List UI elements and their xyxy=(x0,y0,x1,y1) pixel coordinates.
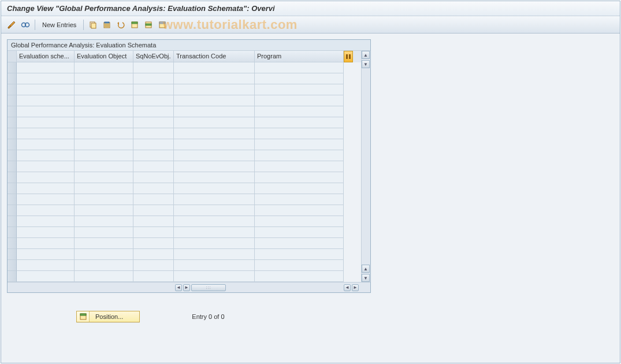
row-selector[interactable] xyxy=(8,73,17,84)
cell[interactable] xyxy=(174,161,255,172)
table-row[interactable] xyxy=(8,238,361,249)
cell[interactable] xyxy=(75,139,133,150)
row-selector[interactable] xyxy=(8,260,17,271)
scroll-down-icon[interactable]: ▼ xyxy=(362,274,370,282)
table-row[interactable] xyxy=(8,95,361,106)
cell[interactable] xyxy=(17,73,75,84)
cell[interactable] xyxy=(174,249,255,260)
table-row[interactable] xyxy=(8,183,361,194)
cell[interactable] xyxy=(174,62,255,73)
cell[interactable] xyxy=(174,106,255,117)
cell[interactable] xyxy=(133,216,174,227)
cell[interactable] xyxy=(133,73,174,84)
cell[interactable] xyxy=(255,95,344,106)
table-row[interactable] xyxy=(8,150,361,161)
cell[interactable] xyxy=(255,128,344,139)
cell[interactable] xyxy=(133,172,174,183)
row-selector[interactable] xyxy=(8,249,17,260)
table-row[interactable] xyxy=(8,106,361,117)
cell[interactable] xyxy=(255,150,344,161)
cell[interactable] xyxy=(174,227,255,238)
new-entries-button[interactable]: New Entries xyxy=(39,20,80,29)
cell[interactable] xyxy=(75,238,133,249)
copy-as-icon[interactable] xyxy=(87,19,99,31)
cell[interactable] xyxy=(17,139,75,150)
row-selector[interactable] xyxy=(8,194,17,205)
delete-icon[interactable] xyxy=(101,19,113,31)
cell[interactable] xyxy=(75,161,133,172)
cell[interactable] xyxy=(174,271,255,282)
cell[interactable] xyxy=(133,150,174,161)
cell[interactable] xyxy=(255,172,344,183)
row-selector[interactable] xyxy=(8,84,17,95)
cell[interactable] xyxy=(174,73,255,84)
cell[interactable] xyxy=(133,205,174,216)
cell[interactable] xyxy=(133,106,174,117)
row-selector[interactable] xyxy=(8,227,17,238)
col-transaction-code[interactable]: Transaction Code xyxy=(174,51,255,62)
row-selector[interactable] xyxy=(8,106,17,117)
cell[interactable] xyxy=(174,260,255,271)
table-row[interactable] xyxy=(8,260,361,271)
scroll-up-icon[interactable]: ▲ xyxy=(362,51,370,59)
cell[interactable] xyxy=(255,194,344,205)
toggle-change-icon[interactable] xyxy=(6,19,17,31)
cell[interactable] xyxy=(133,62,174,73)
row-selector[interactable] xyxy=(8,62,17,73)
cell[interactable] xyxy=(174,84,255,95)
table-row[interactable] xyxy=(8,216,361,227)
cell[interactable] xyxy=(255,260,344,271)
cell[interactable] xyxy=(75,62,133,73)
cell[interactable] xyxy=(255,73,344,84)
cell[interactable] xyxy=(17,271,75,282)
scrollbar-thumb[interactable]: ::: xyxy=(191,284,226,291)
cell[interactable] xyxy=(133,117,174,128)
cell[interactable] xyxy=(133,227,174,238)
cell[interactable] xyxy=(255,183,344,194)
cell[interactable] xyxy=(255,216,344,227)
row-selector[interactable] xyxy=(8,139,17,150)
cell[interactable] xyxy=(255,205,344,216)
table-row[interactable] xyxy=(8,194,361,205)
cell[interactable] xyxy=(174,238,255,249)
scroll-left-icon[interactable]: ◄ xyxy=(344,284,351,291)
cell[interactable] xyxy=(17,205,75,216)
cell[interactable] xyxy=(174,183,255,194)
other-view-icon[interactable] xyxy=(20,19,31,31)
scroll-down-icon[interactable]: ▼ xyxy=(362,60,370,68)
cell[interactable] xyxy=(17,172,75,183)
cell[interactable] xyxy=(17,238,75,249)
cell[interactable] xyxy=(255,117,344,128)
cell[interactable] xyxy=(174,216,255,227)
position-button[interactable]: Position... xyxy=(76,311,140,322)
cell[interactable] xyxy=(133,95,174,106)
col-evaluation-object[interactable]: Evaluation Object xyxy=(75,51,133,62)
row-selector[interactable] xyxy=(8,95,17,106)
cell[interactable] xyxy=(255,106,344,117)
row-selector[interactable] xyxy=(8,172,17,183)
cell[interactable] xyxy=(133,128,174,139)
row-selector[interactable] xyxy=(8,161,17,172)
cell[interactable] xyxy=(255,62,344,73)
select-block-icon[interactable] xyxy=(143,19,154,31)
cell[interactable] xyxy=(255,271,344,282)
cell[interactable] xyxy=(17,62,75,73)
cell[interactable] xyxy=(174,205,255,216)
scroll-right-icon[interactable]: ► xyxy=(183,284,190,291)
table-row[interactable] xyxy=(8,117,361,128)
cell[interactable] xyxy=(17,161,75,172)
cell[interactable] xyxy=(17,227,75,238)
row-selector[interactable] xyxy=(8,128,17,139)
cell[interactable] xyxy=(255,84,344,95)
cell[interactable] xyxy=(75,249,133,260)
cell[interactable] xyxy=(133,249,174,260)
cell[interactable] xyxy=(133,161,174,172)
cell[interactable] xyxy=(75,260,133,271)
cell[interactable] xyxy=(133,139,174,150)
cell[interactable] xyxy=(75,194,133,205)
cell[interactable] xyxy=(75,117,133,128)
table-row[interactable] xyxy=(8,128,361,139)
table-row[interactable] xyxy=(8,161,361,172)
cell[interactable] xyxy=(133,260,174,271)
col-evaluation-schema[interactable]: Evaluation sche... xyxy=(17,51,75,62)
